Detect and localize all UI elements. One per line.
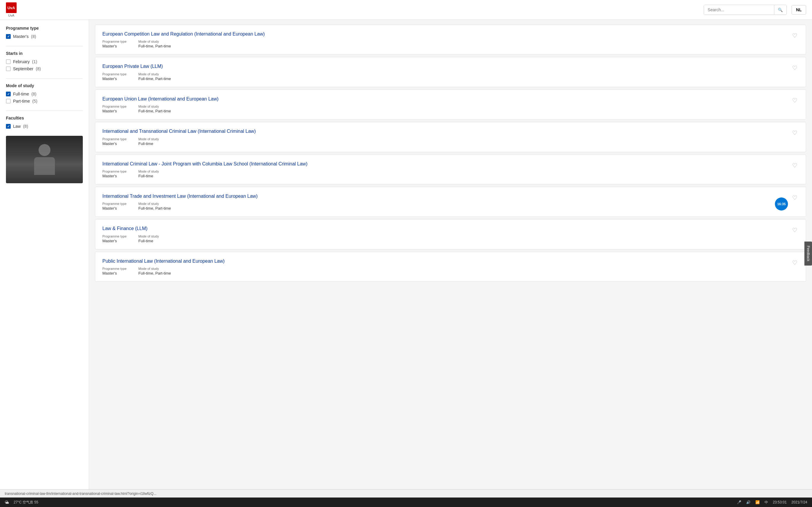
meta-type-label: Programme type <box>102 40 126 43</box>
main-layout: Programme type Master's (8) Starts in Fe… <box>0 20 812 507</box>
programme-info: Law & Finance (LLM) Programme type Maste… <box>102 225 786 243</box>
programme-type-title: Programme type <box>6 26 83 31</box>
filter-fulltime[interactable]: Full-time (8) <box>6 92 83 96</box>
checkbox-masters[interactable] <box>6 34 11 39</box>
meta-type-value: Master's <box>102 239 126 243</box>
meta-mode: Mode of study Full-time, Part-time <box>138 72 171 81</box>
checkbox-february[interactable] <box>6 59 11 64</box>
programme-meta: Programme type Master's Mode of study Fu… <box>102 137 786 146</box>
meta-mode: Mode of study Full-time, Part-time <box>138 267 171 275</box>
meta-mode-value: Full-time <box>138 239 159 243</box>
programme-card[interactable]: International Criminal Law - Joint Progr… <box>95 155 806 184</box>
favourite-button[interactable]: ♡ <box>791 258 799 268</box>
programme-meta: Programme type Master's Mode of study Fu… <box>102 105 786 113</box>
date: 2021/7/24 <box>792 500 807 504</box>
programme-title: Public International Law (International … <box>102 258 786 265</box>
favourite-button[interactable]: ♡ <box>791 31 799 40</box>
mic-icon: 🎤 <box>737 500 741 504</box>
programme-card[interactable]: European Competition Law and Regulation … <box>95 24 806 55</box>
filter-parttime[interactable]: Part-time (5) <box>6 99 83 104</box>
url-text: transnational-criminal-law-llm/internati… <box>5 492 156 496</box>
checkbox-parttime[interactable] <box>6 99 11 104</box>
checkbox-september[interactable] <box>6 66 11 71</box>
favourite-button[interactable]: ♡ <box>791 63 799 73</box>
meta-mode: Mode of study Full-time, Part-time <box>138 202 171 211</box>
favourite-button[interactable]: ♡ <box>791 161 799 170</box>
programme-title: International Trade and Investment Law (… <box>102 193 786 200</box>
filter-label-september: September <box>13 66 33 71</box>
divider-3 <box>6 111 83 111</box>
filter-masters[interactable]: Master's (8) <box>6 34 83 39</box>
meta-mode-value: Full-time, Part-time <box>138 44 171 48</box>
meta-type-value: Master's <box>102 76 126 81</box>
meta-mode-value: Full-time, Part-time <box>138 206 171 211</box>
meta-type-value: Master's <box>102 206 126 211</box>
programme-meta: Programme type Master's Mode of study Fu… <box>102 72 786 81</box>
filter-february[interactable]: February (1) <box>6 59 83 64</box>
filter-label-february: February <box>13 59 30 64</box>
programme-card[interactable]: International and Transnational Criminal… <box>95 122 806 152</box>
meta-type: Programme type Master's <box>102 234 126 243</box>
programme-meta: Programme type Master's Mode of study Fu… <box>102 267 786 275</box>
programme-title: Law & Finance (LLM) <box>102 225 786 232</box>
sidebar: Programme type Master's (8) Starts in Fe… <box>0 20 89 507</box>
filter-september[interactable]: September (8) <box>6 66 83 71</box>
checkbox-fulltime[interactable] <box>6 92 11 96</box>
programme-info: European Private Law (LLM) Programme typ… <box>102 63 786 81</box>
programme-meta: Programme type Master's Mode of study Fu… <box>102 202 786 211</box>
search-container: 🔍 <box>704 5 787 15</box>
favourite-button[interactable]: ♡ <box>791 128 799 137</box>
meta-type-label: Programme type <box>102 234 126 238</box>
meta-type-value: Master's <box>102 142 126 146</box>
logo-area[interactable]: UvA UvA <box>6 2 17 17</box>
language-button[interactable]: NL <box>792 5 806 14</box>
speaker-icon: 🔊 <box>746 500 751 504</box>
logo-label: UvA <box>8 14 14 17</box>
logo-text: UvA <box>7 6 15 10</box>
feedback-tab[interactable]: Feedback <box>805 242 812 266</box>
favourite-button[interactable]: ♡ <box>791 193 799 203</box>
filter-label-masters: Master's <box>13 34 29 39</box>
programme-meta: Programme type Master's Mode of study Fu… <box>102 170 786 178</box>
programme-card[interactable]: International Trade and Investment Law (… <box>95 187 806 217</box>
programme-title: International and Transnational Criminal… <box>102 128 786 134</box>
uva-logo: UvA <box>6 2 17 13</box>
divider-2 <box>6 78 83 78</box>
checkbox-law[interactable] <box>6 124 11 129</box>
programme-card[interactable]: European Private Law (LLM) Programme typ… <box>95 57 806 87</box>
search-input[interactable] <box>704 5 774 14</box>
lang-display: 中 <box>764 500 768 505</box>
webcam-feed <box>6 136 83 183</box>
filter-label-parttime: Part-time <box>13 99 30 104</box>
weather-text: 27°C 空气质 55 <box>14 500 38 505</box>
favourite-button[interactable]: ♡ <box>791 225 799 235</box>
filter-count-february: (1) <box>32 59 37 64</box>
meta-mode-value: Full-time <box>138 142 159 146</box>
search-button[interactable]: 🔍 <box>774 5 786 14</box>
programme-card[interactable]: Law & Finance (LLM) Programme type Maste… <box>95 219 806 249</box>
programme-info: International Criminal Law - Joint Progr… <box>102 161 786 178</box>
meta-type-label: Programme type <box>102 170 126 173</box>
programme-info: International Trade and Investment Law (… <box>102 193 786 211</box>
programme-title: International Criminal Law - Joint Progr… <box>102 161 786 167</box>
meta-mode: Mode of study Full-time <box>138 137 159 146</box>
meta-type-value: Master's <box>102 271 126 275</box>
meta-mode: Mode of study Full-time <box>138 170 159 178</box>
filter-law[interactable]: Law (8) <box>6 124 83 129</box>
programme-meta: Programme type Master's Mode of study Fu… <box>102 234 786 243</box>
programme-meta: Programme type Master's Mode of study Fu… <box>102 40 786 48</box>
meta-type: Programme type Master's <box>102 105 126 113</box>
meta-type: Programme type Master's <box>102 267 126 275</box>
header: UvA UvA 🔍 NL <box>0 0 812 20</box>
meta-mode-label: Mode of study <box>138 105 171 108</box>
filter-section-starts-in: Starts in February (1) September (8) <box>6 51 83 71</box>
programme-title: European Private Law (LLM) <box>102 63 786 70</box>
filter-label-fulltime: Full-time <box>13 92 29 96</box>
programme-card[interactable]: European Union Law (International and Eu… <box>95 90 806 119</box>
programme-card[interactable]: Public International Law (International … <box>95 252 806 282</box>
favourite-button[interactable]: ♡ <box>791 96 799 105</box>
filter-count-fulltime: (8) <box>32 92 37 96</box>
meta-mode: Mode of study Full-time, Part-time <box>138 40 171 48</box>
meta-type-value: Master's <box>102 44 126 48</box>
statusbar-right: 🎤 🔊 📶 中 23:53:01 2021/7/24 <box>737 500 807 505</box>
